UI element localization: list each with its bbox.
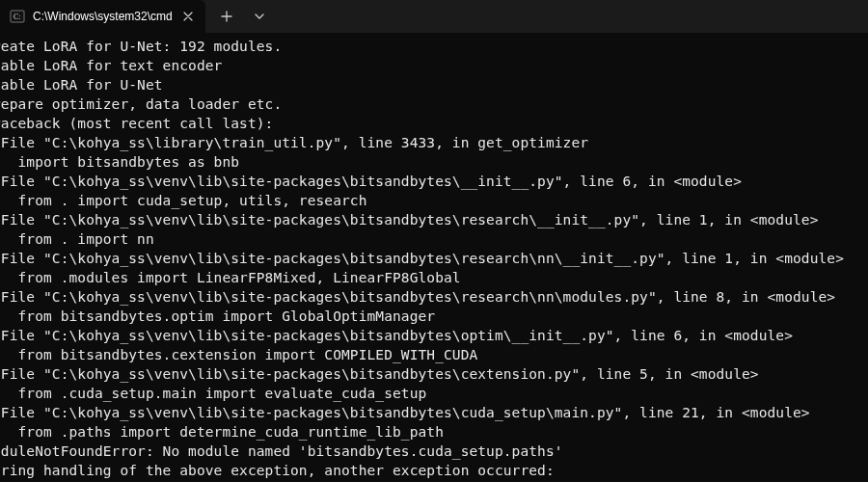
terminal-output[interactable]: reate LoRA for U-Net: 192 modules.nable … — [0, 33, 868, 482]
svg-text:C:: C: — [14, 13, 21, 21]
close-icon[interactable] — [180, 9, 196, 24]
terminal-line: File "C:\kohya_ss\library\train_util.py"… — [0, 133, 868, 152]
terminal-line: File "C:\kohya_ss\venv\lib\site-packages… — [0, 287, 868, 307]
terminal-line: from . import nn — [0, 229, 868, 249]
new-tab-button[interactable] — [211, 3, 242, 30]
terminal-line: raceback (most recent call last): — [0, 114, 868, 133]
terminal-line: File "C:\kohya_ss\venv\lib\site-packages… — [0, 172, 868, 191]
terminal-line: File "C:\kohya_ss\venv\lib\site-packages… — [0, 364, 868, 384]
titlebar-spacer[interactable] — [275, 0, 868, 33]
terminal-line: File "C:\kohya_ss\venv\lib\site-packages… — [0, 403, 868, 422]
terminal-line: File "C:\kohya_ss\venv\lib\site-packages… — [0, 326, 868, 345]
cmd-icon: C: — [10, 9, 25, 24]
terminal-line: reate LoRA for U-Net: 192 modules. — [0, 37, 868, 56]
terminal-line: from bitsandbytes.cextension import COMP… — [0, 345, 868, 364]
terminal-line: File "C:\kohya_ss\venv\lib\site-packages… — [0, 210, 868, 229]
terminal-line: from bitsandbytes.optim import GlobalOpt… — [0, 307, 868, 326]
terminal-line: from .modules import LinearFP8Mixed, Lin… — [0, 268, 868, 287]
terminal-line: from . import cuda_setup, utils, researc… — [0, 191, 868, 210]
titlebar: C: C:\Windows\system32\cmd — [0, 0, 868, 33]
terminal-line: uring handling of the above exception, a… — [0, 461, 868, 480]
terminal-line: repare optimizer, data loader etc. — [0, 94, 868, 114]
tab-dropdown-button[interactable] — [244, 3, 275, 30]
terminal-line: from .paths import determine_cuda_runtim… — [0, 422, 868, 442]
tab-active[interactable]: C: C:\Windows\system32\cmd — [0, 0, 205, 33]
terminal-line: import bitsandbytes as bnb — [0, 152, 868, 172]
terminal-line: nable LoRA for U-Net — [0, 75, 868, 94]
terminal-line: oduleNotFoundError: No module named 'bit… — [0, 442, 868, 461]
terminal-line: nable LoRA for text encoder — [0, 56, 868, 75]
tab-title: C:\Windows\system32\cmd — [33, 10, 173, 23]
terminal-line: from .cuda_setup.main import evaluate_cu… — [0, 384, 868, 403]
terminal-line: File "C:\kohya_ss\venv\lib\site-packages… — [0, 249, 868, 268]
tab-actions — [205, 0, 275, 33]
